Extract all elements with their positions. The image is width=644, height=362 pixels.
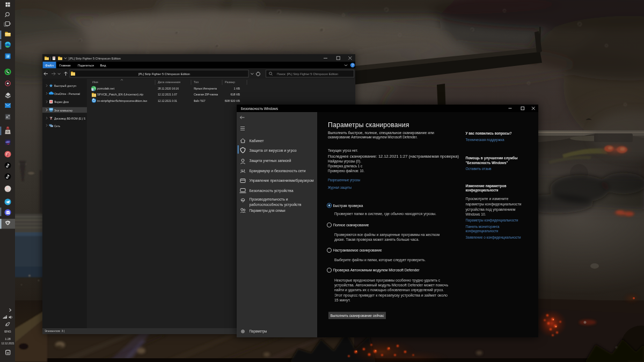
- svg-text:найти и удалить их с помощью о: найти и удалить их с помощью обновленных…: [334, 288, 444, 292]
- svg-text:Проверяет папки в системе, где: Проверяет папки в системе, где обычно на…: [334, 212, 436, 216]
- svg-text:Поделиться: Поделиться: [78, 64, 94, 67]
- svg-text:pornolab.net: pornolab.net: [97, 87, 114, 90]
- svg-text:Панель мониторинга: Панель мониторинга: [466, 225, 500, 229]
- svg-text:SFVCE_Patch_EN (Uncensor).zip: SFVCE_Patch_EN (Uncensor).zip: [97, 93, 143, 96]
- svg-text:конфиденциальности: конфиденциальности: [466, 229, 499, 233]
- svg-text:Параметры сканирования: Параметры сканирования: [328, 121, 409, 129]
- svg-text:ENG: ENG: [4, 330, 11, 333]
- svg-text:Проверяются все файлы и запуще: Проверяются все файлы и запущенные прогр…: [334, 233, 440, 237]
- svg-text:|: |: [50, 56, 51, 61]
- svg-text:12.12.2021 1:07: 12.12.2021 1:07: [158, 93, 177, 96]
- svg-text:У вас появились вопросы?: У вас появились вопросы?: [466, 131, 512, 136]
- svg-text:608 920 КБ: 608 920 КБ: [225, 99, 240, 102]
- svg-text:Главная: Главная: [60, 64, 71, 67]
- svg-text:Помощь в улучшении службы: Помощь в улучшении службы: [466, 156, 518, 160]
- svg-text:Защита учетных записей: Защита учетных записей: [250, 159, 291, 163]
- svg-text:618 КБ: 618 КБ: [230, 93, 240, 96]
- svg-text:Разрешенные угрозы: Разрешенные угрозы: [328, 178, 360, 182]
- svg-text:Сеть: Сеть: [54, 124, 60, 128]
- svg-text:OneDrive - Personal: OneDrive - Personal: [54, 92, 80, 95]
- svg-text:Имя: Имя: [92, 80, 98, 84]
- svg-text:Этот компьютер: Этот компьютер: [54, 109, 72, 112]
- svg-text:Производительность и: Производительность и: [250, 197, 288, 202]
- svg-text:Выполнить быстрое, полное, спе: Выполнить быстрое, полное, специальное с…: [328, 131, 434, 135]
- svg-text:Проверка длилась 1 с: Проверка длилась 1 с: [328, 164, 363, 168]
- svg-text:Быстрая проверка: Быстрая проверка: [333, 204, 363, 208]
- svg-text:Поиск: [PL] Strip Fighter 5 Ch: Поиск: [PL] Strip Fighter 5 Chimpocon Ed…: [277, 72, 338, 76]
- svg-text:28.11.2020 16:16: 28.11.2020 16:16: [158, 87, 179, 90]
- svg-text:?: ?: [352, 63, 354, 67]
- svg-text:диске. Такая проверка может за: диске. Такая проверка может занять больш…: [334, 238, 419, 242]
- svg-text:Параметры: Параметры: [250, 329, 267, 334]
- svg-text:12.12.2021 0:31: 12.12.2021 0:31: [158, 99, 177, 102]
- svg-text:Настраиваемое сканирование: Настраиваемое сканирование: [333, 248, 382, 253]
- svg-text:Файл "ISO": Файл "ISO": [194, 99, 206, 102]
- svg-text:Последнее сканирование: 12.12.: Последнее сканирование: 12.12.2021 1:27 …: [328, 154, 459, 159]
- svg-text:[PL] Strip Fighter 5 Chimpocon: [PL] Strip Fighter 5 Chimpocon Edition: [138, 72, 190, 76]
- svg-text:сканирование Автономным модуле: сканирование Автономным модулем Microsof…: [328, 135, 418, 139]
- svg-text:Сжатая ZIP-папка: Сжатая ZIP-папка: [194, 93, 218, 96]
- svg-text:Выполнить сканирование сейчас: Выполнить сканирование сейчас: [331, 314, 385, 318]
- svg-text:Тип: Тип: [194, 80, 199, 84]
- svg-text:1 КБ: 1 КБ: [234, 87, 240, 90]
- svg-text:Текущих угроз нет.: Текущих угроз нет.: [328, 149, 358, 153]
- svg-text:Параметры конфиденциальности: Параметры конфиденциальности: [466, 218, 518, 223]
- svg-text:Вид: Вид: [100, 64, 106, 67]
- svg-text:Оставить отзыв: Оставить отзыв: [466, 167, 492, 171]
- svg-text:tn-stripfighter5chimpoconediti: tn-stripfighter5chimpoconedition.iso: [97, 99, 147, 102]
- svg-text:Заявление о конфиденциальности: Заявление о конфиденциальности: [466, 235, 521, 240]
- svg-text:работоспособность устройств: работоспособность устройств: [250, 203, 302, 207]
- svg-text:Брандмауэр и безопасность сети: Брандмауэр и безопасность сети: [250, 169, 306, 173]
- svg-text:Размер: Размер: [225, 80, 235, 84]
- svg-text:Файл: Файл: [45, 64, 54, 67]
- svg-text:Защита от вирусов и угроз: Защита от вирусов и угроз: [250, 149, 297, 153]
- svg-text:Безопасность устройства: Безопасность устройства: [250, 189, 294, 193]
- svg-text:устройства под управлением: устройства под управлением: [466, 208, 516, 212]
- svg-text:Найдены угрозы (0).: Найдены угрозы (0).: [328, 159, 361, 164]
- svg-text:Дисковод BD-ROM (E:) S: Дисковод BD-ROM (E:) S: [54, 117, 85, 120]
- svg-text:Выберите файлы и папки, которы: Выберите файлы и папки, которые следует …: [334, 258, 426, 262]
- svg-text:[PL] Strip Fighter 5 Chimpocon: [PL] Strip Fighter 5 Chimpocon Edition: [69, 57, 121, 60]
- svg-text:"Безопасность Windows": "Безопасность Windows": [466, 161, 508, 165]
- svg-text:Полное сканирование: Полное сканирование: [333, 223, 369, 227]
- svg-text:Кабинет: Кабинет: [250, 139, 264, 143]
- svg-text:Управление приложениями/браузе: Управление приложениями/браузером: [250, 179, 314, 183]
- svg-text:Проверено файлов: 10.: Проверено файлов: 10.: [328, 169, 364, 173]
- svg-text:Некоторые вредоносные программ: Некоторые вредоносные программы особенно…: [334, 278, 441, 283]
- svg-text:1:28: 1:28: [5, 337, 11, 341]
- svg-text:Безопасность Windows: Безопасность Windows: [241, 107, 279, 110]
- svg-text:15 минут.: 15 минут.: [334, 298, 350, 302]
- svg-text:параметры конфиденциальности: параметры конфиденциальности: [466, 202, 522, 206]
- svg-text:Быстрый доступ: Быстрый доступ: [54, 84, 76, 87]
- svg-text:Windows 10.: Windows 10.: [466, 212, 486, 216]
- svg-text:Техническая поддержка: Техническая поддержка: [466, 138, 504, 142]
- svg-text:Журнал защиты: Журнал защиты: [328, 186, 352, 190]
- svg-text:конфиденциальности: конфиденциальности: [466, 188, 499, 193]
- svg-text:Этот процесс приведет к переза: Этот процесс приведет к перезапуску устр…: [334, 293, 448, 298]
- svg-text:12.12.2021: 12.12.2021: [2, 342, 14, 345]
- svg-text:Ярлык Интернета: Ярлык Интернета: [194, 87, 217, 90]
- svg-text:Элементов: 3 |: Элементов: 3 |: [45, 329, 64, 333]
- svg-text:Дата изменения: Дата изменения: [158, 80, 180, 84]
- svg-text:Проверка Автономным модулем Mi: Проверка Автономным модулем Microsoft De…: [333, 268, 420, 272]
- svg-text:Параметры для семьи: Параметры для семьи: [250, 209, 286, 213]
- svg-text:устройства. Автономный модуль: устройства. Автономный модуль Microsoft …: [334, 283, 448, 287]
- svg-text:Просмотрите и измените: Просмотрите и измените: [466, 197, 509, 201]
- svg-text:Изменение параметров: Изменение параметров: [466, 184, 507, 188]
- svg-text:Яндекс.Диск: Яндекс.Диск: [54, 100, 69, 104]
